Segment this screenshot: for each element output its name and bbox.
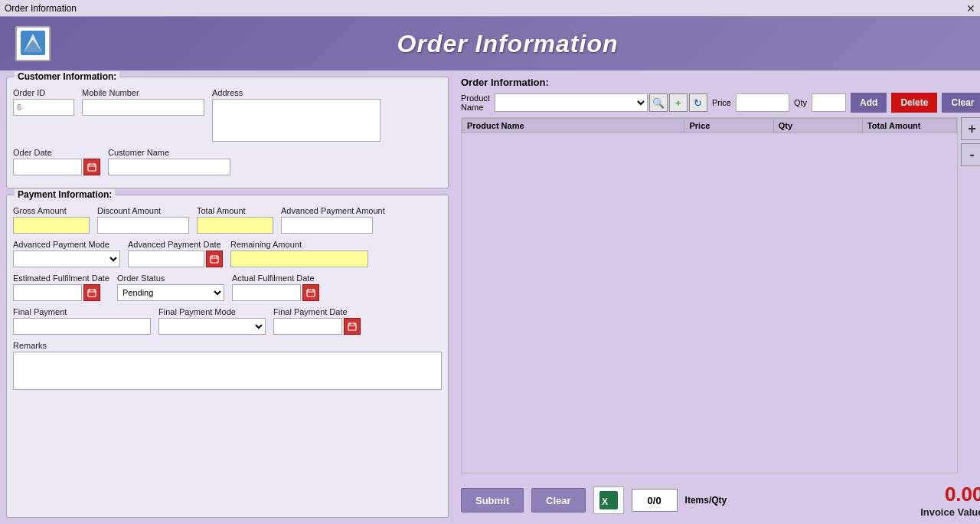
gross-amount-input[interactable]: 0.00 (13, 217, 90, 234)
advanced-payment-amount-label: Advanced Payment Amount (281, 206, 385, 215)
total-amount-label: Total Amount (197, 206, 273, 215)
address-label: Address (212, 88, 381, 97)
order-date-group: Oder Date 22-Oct-2024 (13, 148, 100, 175)
product-name-label: Product Name (461, 93, 490, 112)
remarks-input[interactable] (13, 352, 442, 390)
final-payment-mode-group: Final Payment Mode (158, 307, 266, 335)
order-id-group: Order ID (13, 88, 74, 116)
customer-name-group: Customer Name (108, 148, 230, 175)
product-table-wrap: Product Name Price Qty Total Amount (461, 117, 958, 473)
advanced-payment-mode-label: Advanced Payment Mode (13, 240, 120, 249)
close-icon[interactable]: ✕ (966, 2, 975, 15)
product-table: Product Name Price Qty Total Amount (462, 118, 957, 133)
order-id-label: Order ID (13, 88, 74, 97)
submit-button[interactable]: Submit (461, 488, 524, 513)
product-select-wrap: 🔍 + ↻ (495, 93, 707, 112)
payment-info-section: Payment Information: Gross Amount 0.00 D… (6, 195, 449, 518)
final-payment-date-group: Final Payment Date (273, 307, 361, 335)
title-bar-label: Order Information (5, 3, 77, 14)
mobile-number-input[interactable] (82, 99, 204, 116)
final-payment-mode-select[interactable] (158, 318, 266, 335)
plus-button[interactable]: + (961, 117, 981, 140)
address-input[interactable] (212, 99, 381, 142)
header-logo (15, 26, 51, 61)
final-payment-input[interactable] (13, 318, 151, 335)
clear-bottom-button[interactable]: Clear (531, 488, 586, 513)
remaining-amount-group: Remaining Amount 0 (230, 240, 368, 267)
actual-fulfilment-date-input[interactable] (232, 284, 301, 301)
final-payment-group: Final Payment (13, 307, 151, 335)
order-date-calendar-btn[interactable] (83, 159, 100, 175)
estimated-fulfilment-date-input[interactable]: 22-Oct-2024 (13, 284, 82, 301)
qty-input[interactable] (812, 93, 846, 112)
advanced-payment-date-input[interactable] (128, 251, 204, 267)
col-total-amount: Total Amount (862, 119, 956, 133)
estimated-fulfilment-date-calendar-btn[interactable] (83, 284, 100, 301)
refresh-btn[interactable]: ↻ (689, 93, 707, 112)
advanced-payment-date-group: Advanced Payment Date (128, 240, 223, 267)
customer-name-input[interactable] (108, 159, 230, 175)
product-name-select[interactable] (495, 93, 648, 112)
order-id-input[interactable] (13, 99, 74, 116)
order-status-label: Order Status (117, 273, 224, 283)
svg-text:X: X (602, 496, 608, 507)
advanced-payment-mode-group: Advanced Payment Mode (13, 240, 120, 267)
advanced-payment-amount-group: Advanced Payment Amount (281, 206, 385, 234)
header-title: Order Information (51, 30, 965, 58)
invoice-block: 0.00 Invoice Value (920, 483, 980, 518)
address-group: Address (212, 88, 381, 142)
col-product-name: Product Name (462, 119, 684, 133)
advanced-payment-mode-select[interactable] (13, 251, 120, 267)
items-qty-display: 0/0 (632, 489, 678, 512)
mobile-number-label: Mobile Number (82, 88, 204, 97)
price-label: Price (712, 98, 731, 107)
discount-amount-label: Discount Amount (97, 206, 189, 215)
advanced-payment-date-calendar-btn[interactable] (206, 251, 223, 267)
final-payment-date-calendar-btn[interactable] (344, 318, 361, 335)
items-qty-label: Items/Qty (685, 495, 727, 506)
table-and-side: Product Name Price Qty Total Amount + - (461, 117, 980, 473)
excel-button[interactable]: X (593, 486, 624, 514)
price-input[interactable] (736, 93, 789, 112)
remarks-group: Remarks (13, 341, 442, 390)
header: Order Information (0, 17, 980, 70)
col-price: Price (684, 119, 773, 133)
final-payment-mode-label: Final Payment Mode (158, 307, 266, 316)
order-date-input[interactable]: 22-Oct-2024 (13, 159, 82, 175)
order-info-label: Order Information: (461, 77, 980, 88)
delete-button[interactable]: Delete (891, 93, 937, 113)
estimated-fulfilment-date-group: Estimated Fulfilment Date 22-Oct-2024 (13, 273, 109, 301)
advanced-payment-amount-input[interactable] (281, 217, 373, 234)
discount-amount-group: Discount Amount (97, 206, 189, 234)
logo-icon (21, 31, 45, 57)
order-controls: Product Name 🔍 + ↻ Price Qty Add Delete … (461, 93, 980, 113)
mobile-number-group: Mobile Number (82, 88, 204, 116)
actual-fulfilment-date-group: Actual Fulfilment Date (232, 273, 319, 301)
side-buttons: + - (958, 117, 981, 473)
order-status-select[interactable]: Pending Processing Completed Cancelled (117, 284, 224, 301)
invoice-value: 0.00 (920, 483, 980, 506)
actual-fulfilment-date-label: Actual Fulfilment Date (232, 273, 319, 283)
col-qty: Qty (773, 119, 862, 133)
payment-info-legend: Payment Information: (15, 189, 115, 200)
gross-amount-label: Gross Amount (13, 206, 90, 215)
add-product-btn[interactable]: + (669, 93, 688, 112)
customer-info-legend: Customer Information: (15, 71, 119, 82)
remaining-amount-label: Remaining Amount (230, 240, 368, 249)
final-payment-date-label: Final Payment Date (273, 307, 361, 316)
order-status-group: Order Status Pending Processing Complete… (117, 273, 224, 301)
minus-button[interactable]: - (961, 143, 981, 166)
remaining-amount-input[interactable]: 0 (230, 251, 368, 267)
remarks-label: Remarks (13, 341, 442, 350)
final-payment-date-input[interactable] (273, 318, 342, 335)
qty-label: Qty (794, 98, 807, 107)
advanced-payment-date-label: Advanced Payment Date (128, 240, 223, 249)
title-bar: Order Information ✕ (0, 0, 980, 17)
discount-amount-input[interactable] (97, 217, 189, 234)
final-payment-label: Final Payment (13, 307, 151, 316)
add-button[interactable]: Add (851, 93, 887, 113)
clear-top-button[interactable]: Clear (942, 93, 980, 113)
actual-fulfilment-date-calendar-btn[interactable] (302, 284, 319, 301)
total-amount-input[interactable]: 0.00 (197, 217, 273, 234)
search-btn[interactable]: 🔍 (649, 93, 668, 112)
